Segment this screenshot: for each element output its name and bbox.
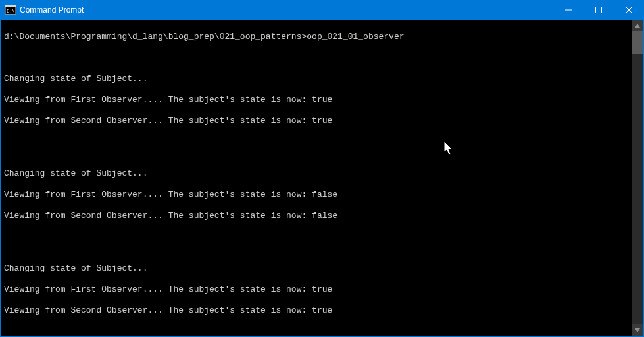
output-line: Changing state of Subject... <box>4 168 629 179</box>
executed-command: oop_021_01_observer <box>307 32 404 41</box>
output-line: Viewing from First Observer.... The subj… <box>4 190 629 200</box>
output-line: Viewing from Second Observer... The subj… <box>4 211 629 221</box>
output-line: Viewing from Second Observer... The subj… <box>4 116 629 126</box>
output-line: Viewing from Second Observer... The subj… <box>4 305 629 316</box>
titlebar[interactable]: C:\ Command Prompt <box>0 0 644 20</box>
prompt-path: d:\Documents\Programming\d_lang\blog_pre… <box>4 32 307 41</box>
vertical-scrollbar[interactable] <box>632 20 643 336</box>
window-title: Command Prompt <box>20 5 553 14</box>
window-controls <box>553 0 644 20</box>
maximize-button[interactable] <box>583 0 614 20</box>
minimize-button[interactable] <box>553 0 583 20</box>
scroll-track[interactable] <box>632 31 643 324</box>
svg-rect-4 <box>596 7 602 13</box>
svg-text:C:\: C:\ <box>7 9 15 14</box>
output-line: Viewing from First Observer.... The subj… <box>4 284 629 295</box>
close-button[interactable] <box>614 0 644 20</box>
svg-marker-7 <box>635 24 640 28</box>
svg-rect-1 <box>5 5 16 7</box>
scroll-thumb[interactable] <box>632 31 643 54</box>
scroll-down-button[interactable] <box>632 324 643 336</box>
scroll-up-button[interactable] <box>632 20 643 31</box>
output-line: Viewing from First Observer.... The subj… <box>4 95 629 105</box>
command-prompt-icon: C:\ <box>5 5 16 15</box>
output-line: Changing state of Subject... <box>4 263 629 274</box>
svg-marker-8 <box>635 328 640 332</box>
terminal-wrapper: d:\Documents\Programming\d_lang\blog_pre… <box>1 20 643 336</box>
output-line: Changing state of Subject... <box>4 74 629 84</box>
terminal-output[interactable]: d:\Documents\Programming\d_lang\blog_pre… <box>1 20 632 336</box>
